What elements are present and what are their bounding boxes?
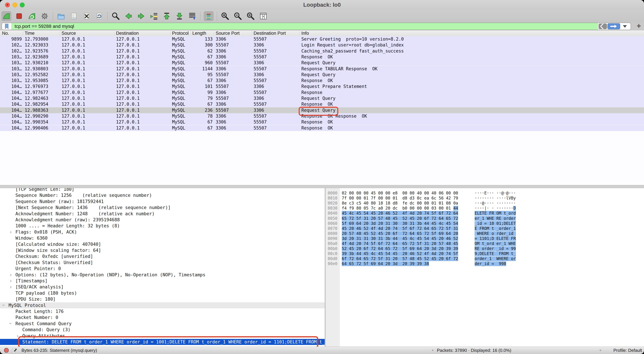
resize-columns-button[interactable] — [258, 11, 268, 21]
packet-row[interactable]: 103…12.953085127.0.0.1127.0.0.1MySQL6733… — [0, 78, 644, 84]
hex-row[interactable]: 00107f 00 00 01 7f 00 00 01 d8 d3 0c ea … — [326, 196, 644, 201]
go-to-packet-button[interactable] — [149, 11, 159, 21]
detail-line[interactable]: Acknowledgment number (raw): 2395194688 — [0, 217, 325, 223]
capture-options-button[interactable] — [40, 11, 50, 21]
detail-line[interactable]: ›Query Attributes — [0, 333, 325, 339]
detail-line[interactable]: Urgent Pointer: 0 — [0, 266, 325, 272]
save-file-button[interactable]: 0101 — [69, 11, 79, 21]
detail-line[interactable]: [Window size scaling factor: 64] — [0, 247, 325, 253]
status-profile[interactable]: Profile: Default — [613, 347, 642, 354]
packet-row[interactable]: 104…12.990354127.0.0.1127.0.0.1MySQL6733… — [0, 119, 644, 125]
hex-row[interactable]: 008020 57 48 45 52 45 20 6f 72 64 65 72 … — [326, 231, 644, 236]
hex-row[interactable]: 000002 00 00 00 45 00 00 e8 00 00 40 00 … — [326, 191, 644, 196]
filter-dropdown-caret[interactable] — [623, 25, 627, 28]
filter-clear-button[interactable] — [598, 24, 607, 29]
column-header-length[interactable]: Length — [192, 30, 206, 36]
hex-row[interactable]: 00d06f 72 64 65 72 5f 31 20 57 48 45 52 … — [326, 256, 644, 261]
add-filter-button[interactable]: + — [636, 23, 641, 30]
hex-row[interactable]: 00b052 45 20 6f 72 64 65 72 5f 69 64 20 … — [326, 246, 644, 251]
packet-row[interactable]: 102…12.923033127.0.0.1127.0.0.1MySQL3005… — [0, 42, 644, 48]
capture-start-button[interactable] — [2, 11, 11, 21]
capture-restart-button[interactable] — [27, 11, 37, 21]
hex-row[interactable]: 004045 4c 45 54 45 20 46 52 4f 4d 20 74 … — [326, 211, 644, 216]
packet-row[interactable]: 104…12.982954127.0.0.1127.0.0.1MySQL6733… — [0, 101, 644, 107]
packet-row[interactable]: 103…12.930210127.0.0.1127.0.0.1MySQL9605… — [0, 60, 644, 66]
detail-line[interactable]: Sequence Number (raw): 1817592441 — [0, 198, 325, 204]
detail-line[interactable]: Sequence Number: 1256 (relative sequence… — [0, 192, 325, 198]
column-separator[interactable] — [214, 31, 214, 35]
display-filter-field[interactable]: tcp.port == 59288 and mysql — [2, 23, 631, 30]
chevron-expanded-icon[interactable]: › — [1, 304, 7, 306]
go-top-button[interactable] — [162, 11, 172, 21]
detail-line[interactable]: [Checksum Status: Unverified] — [0, 259, 325, 266]
detail-line[interactable]: Packet Number: 0 — [0, 314, 325, 320]
packet-list-header[interactable]: No.TimeSourceDestinationProtocolLengthSo… — [0, 30, 644, 37]
close-file-button[interactable] — [82, 11, 92, 21]
packet-row[interactable]: 102…12.923576127.0.0.1127.0.0.1MySQL6233… — [0, 48, 644, 54]
pane-splitter[interactable] — [0, 185, 644, 188]
column-header-destination-port[interactable]: Destination Port — [254, 30, 286, 36]
detail-line[interactable]: Acknowledgment Number: 1248 (relative ac… — [0, 211, 325, 217]
go-forward-button[interactable] — [136, 11, 146, 21]
display-filter-input[interactable]: tcp.port == 59288 and mysql — [12, 23, 598, 30]
colorize-button[interactable] — [204, 11, 214, 21]
open-file-button[interactable] — [56, 11, 66, 21]
chevron-collapsed-icon[interactable]: › — [10, 278, 12, 283]
hex-row[interactable]: 00e064 65 72 5f 69 64 20 3d 20 39 39 38d… — [326, 261, 644, 266]
packet-row[interactable]: 103…12.923689127.0.0.1127.0.0.1MySQL6733… — [0, 54, 644, 60]
column-header-protocol[interactable]: Protocol — [172, 30, 189, 36]
packet-row[interactable]: 103…12.930803127.0.0.1127.0.0.1MySQL1144… — [0, 66, 644, 72]
detail-line[interactable]: Packet Length: 176 — [0, 308, 325, 314]
zoom-reset-button[interactable] — [246, 11, 256, 21]
column-separator[interactable] — [60, 31, 60, 35]
detail-line[interactable]: [Calculated window size: 407040] — [0, 241, 325, 247]
hex-row[interactable]: 00208e c3 c5 40 80 18 18 d8 fe dc 00 00 … — [326, 201, 644, 206]
packet-row-selected[interactable]: 104…12.988363127.0.0.1127.0.0.1MySQL2365… — [0, 107, 644, 113]
detail-line[interactable]: ›[Timestamps] — [0, 278, 325, 284]
packet-row[interactable]: 104…12.990406127.0.0.1127.0.0.1MySQL6733… — [0, 125, 644, 131]
auto-scroll-button[interactable] — [187, 11, 197, 21]
expert-info-icon[interactable] — [4, 348, 9, 353]
filter-apply-button[interactable] — [608, 23, 620, 29]
detail-line[interactable]: ›Request Command Query — [0, 321, 325, 327]
hex-row[interactable]: 00a04f 4d 20 74 5f 6f 72 64 65 72 5f 31 … — [326, 241, 644, 246]
filter-bookmark-button[interactable] — [2, 23, 12, 30]
detail-line[interactable]: Command: Query (3) — [0, 327, 325, 333]
hex-row[interactable]: 007045 20 46 52 4f 4d 20 74 5f 6f 72 64 … — [326, 226, 644, 231]
detail-line[interactable]: 1000 .... = Header Length: 32 bytes (8) — [0, 223, 325, 229]
hex-row[interactable]: 005065 72 5f 31 20 57 48 45 52 45 20 6f … — [326, 216, 644, 221]
detail-bytes-divider[interactable] — [325, 188, 326, 346]
go-bottom-button[interactable] — [174, 11, 184, 21]
detail-line[interactable]: Checksum: 0xfedc [unverified] — [0, 253, 325, 259]
chevron-collapsed-icon[interactable]: › — [10, 284, 12, 289]
chevron-expanded-icon[interactable]: › — [8, 323, 14, 324]
hex-row[interactable]: 0030f4 f9 80 05 7c a0 20 dc b0 00 00 00 … — [326, 206, 644, 211]
capture-comment-icon[interactable] — [12, 348, 17, 354]
column-header-time[interactable]: Time — [25, 30, 34, 36]
detail-line[interactable]: [PDU Size: 180] — [0, 296, 325, 302]
hex-row[interactable]: 00c039 3b 44 45 4c 45 54 45 20 46 52 4f … — [326, 251, 644, 256]
capture-stop-button[interactable] — [14, 11, 24, 21]
packet-row[interactable]: 104…12.977677127.0.0.1127.0.0.1MySQL9933… — [0, 90, 644, 96]
packet-row[interactable]: 104…12.976973127.0.0.1127.0.0.1MySQL1015… — [0, 84, 644, 89]
packet-row[interactable]: 989912.793000127.0.0.1127.0.0.1MySQL1333… — [0, 36, 644, 42]
chevron-collapsed-icon[interactable]: › — [10, 229, 12, 235]
chevron-collapsed-icon[interactable]: › — [17, 333, 18, 338]
detail-line[interactable]: ›Options: (12 bytes), No-Operation (NOP)… — [0, 272, 325, 278]
reload-file-button[interactable] — [94, 11, 104, 21]
column-header-info[interactable]: Info — [301, 30, 309, 36]
packet-row[interactable]: 104…12.982463127.0.0.1127.0.0.1MySQL7955… — [0, 96, 644, 101]
detail-line-selected[interactable]: Statement: DELETE FROM t_order_1 WHERE o… — [0, 339, 325, 345]
detail-line[interactable]: [Next Sequence Number: 1436 (relative se… — [0, 204, 325, 211]
detail-line[interactable]: ›MySQL Protocol — [0, 302, 325, 308]
find-packet-button[interactable] — [111, 11, 120, 21]
zoom-out-button[interactable] — [233, 11, 243, 21]
column-header-destination[interactable]: Destination — [116, 30, 139, 36]
zoom-in-button[interactable] — [220, 11, 230, 21]
column-header-no[interactable]: No. — [2, 30, 9, 36]
detail-line[interactable]: TCP payload (180 bytes) — [0, 290, 325, 296]
column-separator[interactable] — [23, 31, 23, 35]
detail-line[interactable]: Window: 6360 — [0, 235, 325, 241]
detail-line[interactable]: ›Flags: 0x018 (PSH, ACK) — [0, 229, 325, 235]
packet-row[interactable]: 104…12.990290127.0.0.1127.0.0.1MySQL7833… — [0, 113, 644, 119]
